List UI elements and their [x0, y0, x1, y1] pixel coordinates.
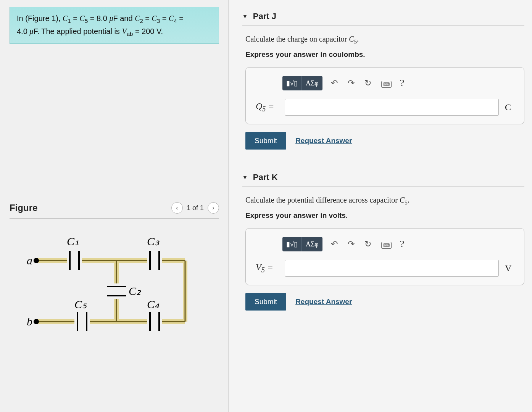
part-j-header[interactable]: ▼ Part J: [242, 8, 524, 26]
greek-button[interactable]: ΑΣφ: [302, 237, 322, 251]
part-k-submit-button[interactable]: Submit: [245, 293, 286, 311]
part-k-title: Part K: [253, 172, 278, 182]
greek-button[interactable]: ΑΣφ: [302, 76, 322, 90]
redo-icon[interactable]: ↷: [346, 238, 356, 251]
format-button[interactable]: ▮√▯: [282, 76, 302, 90]
part-k-answer-input[interactable]: [285, 260, 499, 277]
part-j-toolbar: ▮√▯ ΑΣφ ↶ ↷ ↻ ⌨ ?: [282, 76, 514, 90]
part-j-body: Calculate the charge on capacitor C5. Ex…: [242, 35, 524, 150]
part-k-header[interactable]: ▼ Part K: [242, 169, 524, 187]
figure-header: Figure ‹ 1 of 1 ›: [10, 202, 219, 219]
part-k-instruct: Express your answer in volts.: [245, 211, 524, 220]
part-j-var-label: Q5 =: [256, 101, 279, 113]
part-j-prompt: Calculate the charge on capacitor C5.: [245, 35, 524, 45]
help-icon[interactable]: ?: [400, 238, 405, 250]
part-k-answer-box: ▮√▯ ΑΣφ ↶ ↷ ↻ ⌨ ? V5 = V: [245, 228, 524, 285]
problem-line1: In (Figure 1), C1 = C5 = 8.0 μF and C2 =…: [17, 13, 212, 26]
problem-statement: In (Figure 1), C1 = C5 = 8.0 μF and C2 =…: [10, 7, 219, 44]
cap-c5-label: C₅: [74, 298, 87, 311]
part-j-instruct: Express your answer in coulombs.: [245, 50, 524, 59]
cap-c1-label: C₁: [67, 235, 79, 248]
chevron-down-icon: ▼: [242, 174, 248, 180]
cap-c2-label: C₂: [129, 285, 141, 297]
part-j-title: Part J: [253, 11, 276, 21]
figure-nav: ‹ 1 of 1 ›: [171, 202, 219, 214]
part-j-actions: Submit Request Answer: [245, 132, 524, 150]
part-j-request-answer-link[interactable]: Request Answer: [295, 137, 352, 145]
redo-icon[interactable]: ↷: [346, 77, 356, 90]
format-button[interactable]: ▮√▯: [282, 237, 302, 251]
undo-icon[interactable]: ↶: [329, 77, 339, 90]
part-k-toolbar: ▮√▯ ΑΣφ ↶ ↷ ↻ ⌨ ?: [282, 237, 514, 251]
part-k-input-row: V5 = V: [256, 260, 514, 277]
part-k-var-label: V5 =: [256, 262, 279, 274]
keyboard-icon[interactable]: ⌨: [380, 77, 393, 90]
terminal-b-label: b: [27, 315, 32, 328]
part-k-block: ▼ Part K Calculate the potential differe…: [242, 169, 524, 311]
circuit-diagram: a b C₁ C₃ C₂ C₅ C₄: [10, 234, 219, 342]
part-j-answer-input[interactable]: [285, 99, 499, 116]
figure-next-button[interactable]: ›: [208, 202, 219, 214]
part-j-answer-box: ▮√▯ ΑΣφ ↶ ↷ ↻ ⌨ ? Q5 = C: [245, 67, 524, 124]
reset-icon[interactable]: ↻: [363, 238, 373, 251]
part-j-submit-button[interactable]: Submit: [245, 132, 286, 150]
part-k-prompt: Calculate the potential difference acros…: [245, 196, 524, 206]
part-j-input-row: Q5 = C: [256, 99, 514, 116]
cap-c4-label: C₄: [147, 298, 160, 311]
part-k-actions: Submit Request Answer: [245, 293, 524, 311]
cap-c3-label: C₃: [147, 235, 160, 248]
help-icon[interactable]: ?: [400, 77, 405, 89]
keyboard-icon[interactable]: ⌨: [380, 238, 393, 251]
reset-icon[interactable]: ↻: [363, 77, 373, 90]
chevron-down-icon: ▼: [242, 13, 248, 19]
part-j-unit: C: [505, 102, 514, 113]
figure-nav-text: 1 of 1: [187, 204, 204, 212]
svg-point-30: [34, 258, 39, 263]
part-k-body: Calculate the potential difference acros…: [242, 196, 524, 311]
figure-prev-button[interactable]: ‹: [171, 202, 183, 214]
left-panel: In (Figure 1), C1 = C5 = 8.0 μF and C2 =…: [0, 0, 229, 412]
part-j-block: ▼ Part J Calculate the charge on capacit…: [242, 8, 524, 150]
figure-section: Figure ‹ 1 of 1 ›: [10, 202, 219, 342]
figure-title: Figure: [10, 203, 37, 213]
terminal-a-label: a: [27, 254, 32, 267]
part-k-unit: V: [505, 263, 514, 274]
right-panel: ▼ Part J Calculate the charge on capacit…: [229, 0, 532, 412]
svg-point-31: [34, 319, 39, 324]
undo-icon[interactable]: ↶: [329, 238, 339, 251]
problem-line2: 4.0 μF. The applied potential is Vab = 2…: [17, 26, 212, 39]
part-k-request-answer-link[interactable]: Request Answer: [295, 298, 352, 306]
